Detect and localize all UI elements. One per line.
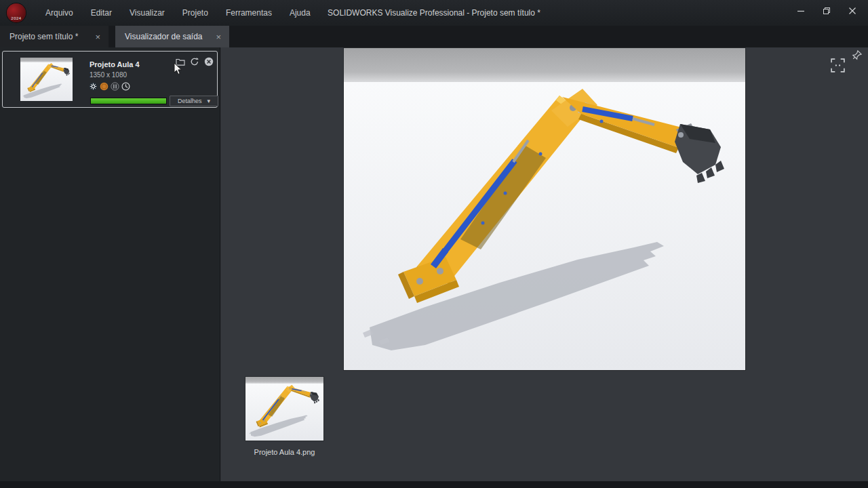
restore-button[interactable]	[814, 0, 840, 22]
close-button[interactable]	[840, 0, 865, 22]
passes-icon	[111, 82, 119, 91]
bottom-bar	[0, 481, 868, 488]
render-jobs-panel: Projeto Aula 4 1350 x 1080	[0, 47, 220, 481]
menu-ferramentas[interactable]: Ferramentas	[217, 0, 281, 26]
timer-icon	[121, 82, 130, 91]
tab-project[interactable]: Projeto sem título * ×	[0, 26, 108, 47]
render-preview-image	[344, 48, 745, 370]
pin-panel-icon[interactable]	[851, 49, 863, 61]
tab-output-viewer-label: Visualizador de saída	[125, 32, 203, 41]
tab-project-close-icon[interactable]: ×	[95, 33, 100, 41]
render-wheel-icon	[89, 82, 98, 91]
app-logo-icon: 2024	[7, 3, 26, 22]
minimize-button[interactable]	[788, 0, 814, 22]
menu-arquivo[interactable]: Arquivo	[37, 0, 82, 26]
menu-editar[interactable]: Editar	[82, 0, 121, 26]
open-folder-icon[interactable]	[176, 57, 185, 66]
material-orange-icon	[100, 82, 108, 91]
titlebar: 2024 Arquivo Editar Visualizar Projeto F…	[0, 0, 868, 26]
render-job-card[interactable]: Projeto Aula 4 1350 x 1080	[2, 51, 218, 108]
tab-output-viewer-close-icon[interactable]: ×	[216, 33, 221, 41]
restart-render-icon[interactable]	[190, 57, 199, 66]
output-file-thumbnail[interactable]	[245, 377, 323, 441]
tab-output-viewer[interactable]: Visualizador de saída ×	[115, 26, 229, 47]
tab-project-label: Projeto sem título *	[9, 32, 78, 41]
render-job-thumbnail	[20, 58, 73, 101]
document-tabbar: Projeto sem título * × Visualizador de s…	[0, 26, 868, 47]
render-job-actions	[176, 57, 214, 66]
details-caret-icon: ▾	[208, 98, 211, 104]
logo-year: 2024	[11, 16, 21, 20]
fullscreen-icon[interactable]	[830, 58, 846, 73]
menu-ajuda[interactable]: Ajuda	[281, 0, 319, 26]
details-label: Detalhes	[178, 98, 202, 104]
restore-icon	[823, 7, 831, 15]
output-file-caption: Projeto Aula 4.png	[232, 448, 337, 456]
cancel-render-icon[interactable]	[204, 57, 214, 66]
render-progress-fill	[91, 98, 166, 104]
menu-visualizar[interactable]: Visualizar	[121, 0, 174, 26]
details-dropdown-button[interactable]: Detalhes ▾	[170, 96, 218, 106]
close-icon	[848, 7, 856, 15]
menu-projeto[interactable]: Projeto	[174, 0, 217, 26]
minimize-icon	[797, 7, 805, 15]
menubar: Arquivo Editar Visualizar Projeto Ferram…	[37, 0, 319, 26]
render-job-status-badges	[89, 82, 130, 91]
render-job-resolution: 1350 x 1080	[90, 71, 127, 79]
render-job-title: Projeto Aula 4	[90, 60, 140, 68]
window-controls	[788, 0, 865, 22]
render-progress-bar	[90, 98, 167, 104]
